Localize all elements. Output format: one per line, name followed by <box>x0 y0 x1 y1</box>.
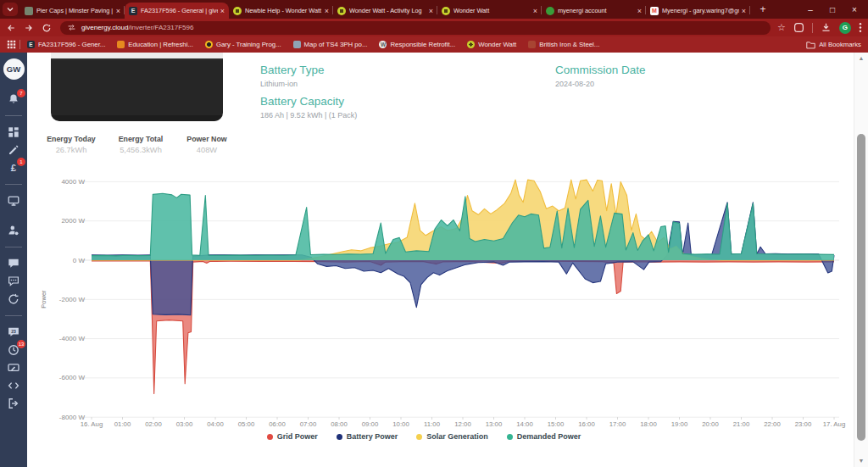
sidebar-item-account[interactable] <box>5 225 22 236</box>
notes-icon <box>8 362 19 374</box>
tab-title: Pier Caps | Minster Paving | W... <box>36 7 114 14</box>
sidebar-item-sync[interactable] <box>5 293 22 305</box>
sidebar-item-messages[interactable] <box>5 258 22 270</box>
bookmark-item-5[interactable]: Wonder Watt <box>467 41 516 48</box>
profile-avatar[interactable]: G <box>839 22 851 34</box>
toolbar-divider <box>812 23 813 33</box>
legend-item-battery-power[interactable]: Battery Power <box>337 432 398 441</box>
back-button[interactable] <box>4 21 18 35</box>
edit-icon <box>8 144 19 156</box>
browser-tab-2[interactable]: Newbie Help - Wonder Watt C...× <box>229 3 333 19</box>
browser-toolbar: givenergy.cloud/inverter/FA2317F596 ☆ G <box>0 19 868 36</box>
tab-close-icon[interactable]: × <box>426 7 433 15</box>
sidebar-item-tariffs[interactable]: £1 <box>5 162 22 174</box>
tab-organizer-button[interactable] <box>793 22 804 33</box>
power-chart-canvas[interactable]: 4000 W2000 W0 W-2000 W-4000 W-6000 W-800… <box>34 174 848 428</box>
bookmark-item-6[interactable]: British Iron & Steel... <box>528 41 599 48</box>
browser-tab-3[interactable]: Wonder Watt - Activity Log× <box>333 3 437 19</box>
bookmark-star-button[interactable]: ☆ <box>777 23 786 32</box>
power-chart[interactable]: 4000 W2000 W0 W-2000 W-4000 W-6000 W-800… <box>34 174 848 450</box>
tab-close-icon[interactable]: × <box>739 7 746 15</box>
bookmark-item-3[interactable]: Map of TS4 3PH po... <box>293 41 368 48</box>
forward-button[interactable] <box>22 21 36 35</box>
sidebar-item-notifications[interactable]: 7 <box>5 93 22 105</box>
stat-power-now: Power Now408W <box>176 135 237 154</box>
tab-close-icon[interactable]: × <box>635 7 642 15</box>
ironsteel-favicon-icon <box>528 41 536 48</box>
browser-tab-5[interactable]: myenergi account× <box>542 3 646 19</box>
sidebar-item-developer[interactable] <box>5 380 22 392</box>
download-button[interactable] <box>821 22 832 33</box>
x-tick-label: 23:00 <box>795 420 812 428</box>
page-scrollbar[interactable]: ▲ ▼ <box>854 53 868 467</box>
devices-icon <box>8 195 19 207</box>
sidebar-item-notes[interactable] <box>5 362 22 374</box>
bookmark-item-0[interactable]: EFA2317F596 - Gener... <box>27 41 105 48</box>
tab-search-button[interactable] <box>3 3 18 16</box>
x-tick-label: 18:00 <box>640 420 657 428</box>
browser-tab-0[interactable]: Pier Caps | Minster Paving | W...× <box>20 3 125 19</box>
stat-label: Energy Total <box>107 135 175 143</box>
stat-value: 5,456.3kWh <box>107 146 175 154</box>
sidebar-item-history[interactable]: 13 <box>5 344 22 356</box>
y-tick-label: -6000 W <box>59 374 86 381</box>
stat-value: 408W <box>176 146 237 154</box>
scroll-up-arrow[interactable]: ▲ <box>854 53 868 64</box>
bookmark-label: Map of TS4 3PH po... <box>304 41 368 48</box>
sidebar-item-dashboard[interactable] <box>5 126 22 138</box>
browser-tab-6[interactable]: MMyenergi - gary.waring7@gm...× <box>646 3 750 19</box>
bookmark-item-1[interactable]: Education | Refreshi... <box>117 41 193 48</box>
y-axis-title: Power <box>40 290 47 309</box>
bookmarks-list: EFA2317F596 - Gener...Education | Refres… <box>27 41 611 48</box>
legend-item-grid-power[interactable]: Grid Power <box>267 432 318 441</box>
map-favicon-icon <box>293 41 301 48</box>
sidebar-item-devices[interactable] <box>5 195 22 207</box>
tab-close-icon[interactable]: × <box>322 7 329 15</box>
tab-close-icon[interactable]: × <box>114 7 120 15</box>
window-close-button[interactable]: × <box>849 5 860 14</box>
chevron-down-icon <box>6 5 14 14</box>
bookmarks-bar: EFA2317F596 - Gener...Education | Refres… <box>0 36 868 53</box>
tab-title: myenergi account <box>558 7 635 14</box>
svg-text:£: £ <box>11 163 17 173</box>
x-tick-label: 16. Aug <box>81 420 103 428</box>
sidebar-item-feedback[interactable] <box>5 275 22 287</box>
commission-date-heading: Commission Date <box>555 64 646 76</box>
scroll-down-arrow[interactable]: ▼ <box>854 455 868 467</box>
bookmark-item-4[interactable]: WResponsible Retrofit... <box>379 41 455 48</box>
bookmarks-divider <box>19 40 20 49</box>
sidebar-item-logout[interactable] <box>5 398 22 409</box>
window-minimize-button[interactable]: – <box>805 5 815 14</box>
stat-label: Energy Today <box>41 135 102 143</box>
address-bar[interactable]: givenergy.cloud/inverter/FA2317F596 <box>60 21 771 35</box>
bookmark-label: Responsible Retrofit... <box>390 41 455 48</box>
legend-item-solar-generation[interactable]: Solar Generation <box>416 432 488 441</box>
sidebar-item-edit[interactable] <box>5 144 22 156</box>
givenergy-logo-avatar[interactable]: GW <box>3 58 25 80</box>
scrollbar-thumb[interactable] <box>857 134 865 441</box>
x-tick-label: 10:00 <box>392 420 409 428</box>
bookmark-item-2[interactable]: Gary - Training Prog... <box>205 41 281 48</box>
tariffs-badge: 1 <box>17 158 25 166</box>
tab-title: Wonder Watt - Activity Log <box>349 7 426 14</box>
sidebar-divider <box>5 115 22 116</box>
all-bookmarks-button[interactable]: All Bookmarks <box>806 41 868 49</box>
notifications-badge: 7 <box>17 89 25 97</box>
x-tick-label: 11:00 <box>424 420 441 428</box>
browser-tab-1[interactable]: EFA2317F596 - General | givene...× <box>125 3 229 19</box>
tab-title: Wonder Watt <box>453 7 531 14</box>
x-tick-label: 09:00 <box>362 420 379 428</box>
menu-dots-button[interactable] <box>859 22 862 33</box>
legend-item-demanded-power[interactable]: Demanded Power <box>507 432 581 441</box>
browser-tab-4[interactable]: Wonder Watt× <box>437 3 542 19</box>
y-tick-label: 0 W <box>73 257 86 264</box>
sidebar-item-chat-sessions[interactable]: 23 <box>5 326 22 338</box>
tab-close-icon[interactable]: × <box>218 7 225 15</box>
tab-close-icon[interactable]: × <box>531 7 537 15</box>
reload-button[interactable] <box>40 21 53 35</box>
window-maximize-button[interactable]: □ <box>827 5 837 14</box>
stat-energy-today: Energy Today26.7kWh <box>41 135 102 154</box>
new-tab-button[interactable]: + <box>756 3 770 17</box>
dashboard-icon <box>8 126 19 138</box>
apps-grid-icon[interactable] <box>7 40 16 49</box>
